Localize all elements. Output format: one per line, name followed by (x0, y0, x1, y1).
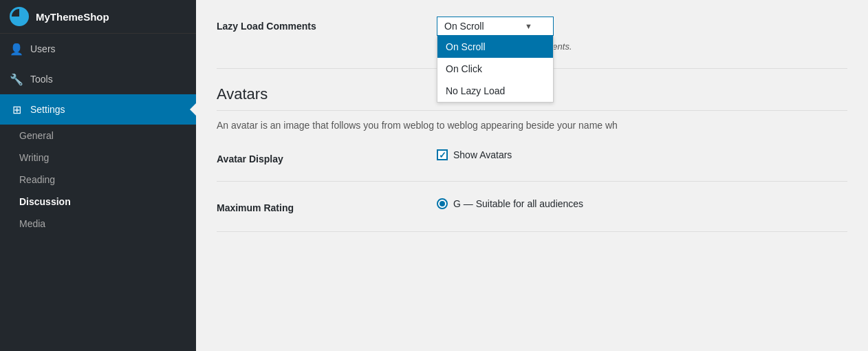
sidebar: MyThemeShop 👤 Users 🔧 Tools ⊞ Settings G… (0, 0, 196, 351)
avatar-display-control: ✓ Show Avatars (437, 149, 847, 160)
show-avatars-row: ✓ Show Avatars (437, 149, 847, 160)
dropdown-item-no-lazy-load[interactable]: No Lazy Load (437, 80, 553, 102)
sidebar-sub-item-general[interactable]: General (10, 125, 196, 147)
dropdown-item-on-click[interactable]: On Click (437, 58, 553, 80)
lazy-load-select[interactable]: On Scroll ▼ (437, 17, 554, 36)
rating-g-row: G — Suitable for all audiences (437, 198, 847, 209)
radio-dot (440, 201, 445, 206)
avatar-display-label: Avatar Display (217, 149, 437, 164)
settings-icon: ⊞ (10, 103, 23, 116)
lazy-load-select-wrapper: On Scroll ▼ On Scroll On Click No Lazy L… (437, 17, 554, 36)
lazy-load-control: On Scroll ▼ On Scroll On Click No Lazy L… (437, 17, 847, 52)
lazy-load-dropdown: On Scroll On Click No Lazy Load (437, 36, 554, 103)
lazy-load-select-value: On Scroll (444, 21, 484, 32)
sidebar-item-tools-label: Tools (30, 74, 53, 85)
avatar-display-row: Avatar Display ✓ Show Avatars (217, 149, 847, 182)
maximum-rating-row: Maximum Rating G — Suitable for all audi… (217, 198, 847, 232)
sidebar-sub-item-discussion[interactable]: Discussion (10, 191, 196, 213)
checkmark-icon: ✓ (439, 150, 446, 160)
sidebar-item-settings-label: Settings (30, 104, 65, 115)
sidebar-sub-item-writing[interactable]: Writing (10, 147, 196, 169)
sidebar-item-settings[interactable]: ⊞ Settings (0, 94, 196, 125)
tools-icon: 🔧 (10, 72, 23, 86)
lazy-load-row: Lazy Load Comments On Scroll ▼ On Scroll… (217, 17, 847, 69)
brand-icon (10, 7, 29, 26)
maximum-rating-label: Maximum Rating (217, 198, 437, 213)
dropdown-item-on-scroll[interactable]: On Scroll (437, 36, 553, 58)
sidebar-submenu: General Writing Reading Discussion Media (0, 125, 196, 235)
sidebar-brand[interactable]: MyThemeShop (0, 0, 196, 34)
rating-g-label: G — Suitable for all audiences (453, 198, 583, 209)
sidebar-item-users[interactable]: 👤 Users (0, 34, 196, 64)
sidebar-item-users-label: Users (30, 43, 56, 54)
sidebar-item-tools[interactable]: 🔧 Tools (0, 64, 196, 94)
chevron-down-icon: ▼ (525, 22, 532, 30)
show-avatars-label: Show Avatars (453, 149, 512, 160)
main-content: Lazy Load Comments On Scroll ▼ On Scroll… (196, 0, 868, 351)
avatars-description: An avatar is an image that follows you f… (217, 118, 847, 133)
lazy-load-label: Lazy Load Comments (217, 17, 437, 32)
sidebar-sub-item-media[interactable]: Media (10, 213, 196, 235)
show-avatars-checkbox[interactable]: ✓ (437, 149, 448, 160)
users-icon: 👤 (10, 42, 23, 56)
brand-name: MyThemeShop (36, 11, 109, 23)
sidebar-sub-item-reading[interactable]: Reading (10, 169, 196, 191)
rating-g-radio[interactable] (437, 198, 448, 209)
avatars-section: Avatars An avatar is an image that follo… (217, 85, 847, 232)
maximum-rating-control: G — Suitable for all audiences (437, 198, 847, 215)
